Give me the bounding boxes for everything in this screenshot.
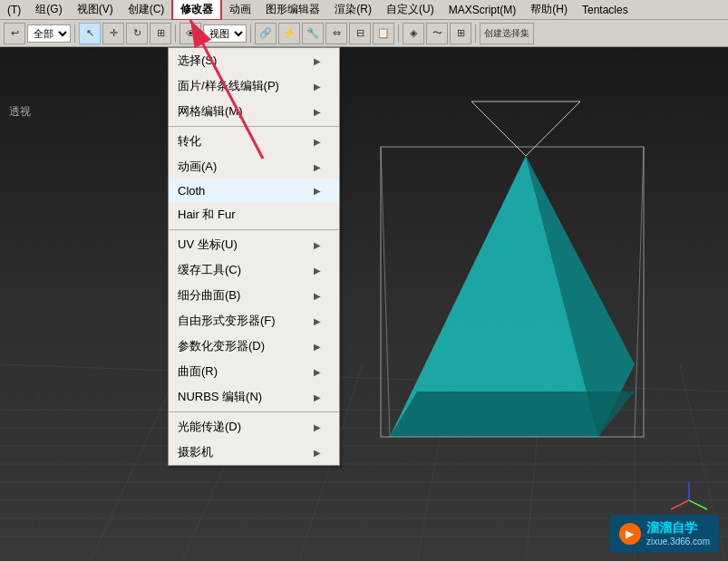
select-tool[interactable]: ↖ [79, 23, 101, 44]
arrow-icon: ▶ [314, 342, 321, 352]
scale-tool[interactable]: ⊞ [150, 23, 171, 44]
menu-t[interactable]: (T) [0, 2, 28, 18]
bind-button[interactable]: 🔧 [302, 23, 324, 44]
menu-item-convert[interactable]: 转化 ▶ [169, 129, 339, 154]
menu-item-patch[interactable]: 面片/样条线编辑(P) ▶ [169, 73, 339, 99]
menu-item-nurbs[interactable]: NURBS 编辑(N) ▶ [169, 384, 339, 410]
menu-graph-editor[interactable]: 图形编辑器 [258, 0, 327, 19]
arrow-icon: ▶ [314, 107, 321, 117]
schematic-button[interactable]: ⊞ [450, 23, 471, 44]
svg-line-19 [471, 102, 526, 156]
menu-item-radiosity[interactable]: 光能传递(D) ▶ [169, 414, 339, 440]
menu-item-camera[interactable]: 摄影机 ▶ [169, 440, 339, 465]
menubar: (T) 组(G) 视图(V) 创建(C) 修改器 动画 图形编辑器 渲染(R) … [0, 0, 728, 20]
arrow-icon: ▶ [314, 367, 321, 377]
move-tool[interactable]: ✛ [102, 23, 124, 44]
svg-line-23 [381, 147, 390, 437]
menu-group[interactable]: 组(G) [28, 0, 69, 19]
toolbar-separator-1 [74, 24, 75, 43]
menu-view[interactable]: 视图(V) [70, 0, 121, 19]
menu-item-select[interactable]: 选择(S) ▶ [169, 48, 339, 73]
arrow-icon: ▶ [314, 291, 321, 301]
arrow-icon: ▶ [314, 422, 321, 432]
layer-button[interactable]: 📋 [373, 23, 394, 44]
arrow-icon: ▶ [314, 266, 321, 276]
menu-item-subdiv[interactable]: 细分曲面(B) ▶ [169, 283, 339, 308]
mirror-button[interactable]: ⇔ [325, 23, 347, 44]
menu-customize[interactable]: 自定义(U) [379, 0, 442, 19]
watermark-main-text: 溜溜自学 [646, 520, 710, 537]
svg-marker-18 [390, 392, 635, 437]
menu-separator-2 [169, 229, 339, 230]
menu-modifier[interactable]: 修改器 [171, 0, 222, 21]
svg-text:透视: 透视 [9, 105, 31, 118]
menu-item-hair[interactable]: Hair 和 Fur [169, 202, 339, 227]
menu-item-param[interactable]: 参数化变形器(D) ▶ [169, 334, 339, 359]
svg-line-24 [635, 147, 644, 437]
menu-item-uv[interactable]: UV 坐标(U) ▶ [169, 232, 339, 257]
arrow-icon: ▶ [314, 392, 321, 402]
toolbar-separator-5 [475, 24, 476, 43]
view-button[interactable]: 👁 [180, 23, 201, 44]
align-button[interactable]: ⊟ [349, 23, 371, 44]
toolbar-separator-3 [250, 24, 251, 43]
arrow-icon: ▶ [314, 448, 321, 458]
watermark-text: 溜溜自学 zixue.3d66.com [646, 520, 710, 546]
undo-button[interactable]: ↩ [4, 23, 25, 44]
material-button[interactable]: ◈ [403, 23, 424, 44]
toolbar-separator-2 [175, 24, 176, 43]
arrow-icon: ▶ [314, 316, 321, 326]
svg-line-26 [689, 500, 707, 509]
arrow-icon: ▶ [314, 56, 321, 66]
rotate-tool[interactable]: ↻ [126, 23, 148, 44]
menu-maxscript[interactable]: MAXScript(M) [442, 2, 524, 18]
link-button[interactable]: 🔗 [255, 23, 277, 44]
arrow-icon: ▶ [314, 82, 321, 92]
viewport: 透视 ▶ 溜溜自学 zixue.3d66.com [0, 47, 728, 561]
viewport-svg: 透视 [0, 47, 728, 561]
toolbar: ↩ 全部 ↖ ✛ ↻ ⊞ 👁 视图 🔗 ⚡ 🔧 ⇔ ⊟ 📋 ◈ 〜 ⊞ 创建选择… [0, 20, 728, 47]
menu-tentacles[interactable]: Tentacles [575, 2, 636, 18]
unlink-button[interactable]: ⚡ [278, 23, 300, 44]
svg-line-20 [526, 102, 580, 156]
render-button[interactable]: 创建选择集 [480, 23, 534, 44]
menu-help[interactable]: 帮助(H) [523, 0, 575, 19]
toolbar-separator-4 [398, 24, 399, 43]
menu-item-animation[interactable]: 动画(A) ▶ [169, 154, 339, 179]
view-select[interactable]: 视图 [203, 24, 247, 43]
menu-item-mesh[interactable]: 网格编辑(M) ▶ [169, 99, 339, 124]
watermark-icon: ▶ [619, 523, 641, 545]
selection-filter[interactable]: 全部 [27, 24, 71, 43]
arrow-icon: ▶ [314, 137, 321, 147]
svg-line-25 [671, 500, 689, 509]
arrow-icon: ▶ [314, 162, 321, 172]
watermark: ▶ 溜溜自学 zixue.3d66.com [610, 515, 719, 552]
menu-item-ffd[interactable]: 自由形式变形器(F) ▶ [169, 308, 339, 334]
watermark-sub-text: zixue.3d66.com [646, 537, 710, 546]
menu-separator-3 [169, 411, 339, 412]
menu-animation[interactable]: 动画 [222, 0, 258, 19]
menu-item-cloth[interactable]: Cloth ▶ [169, 179, 339, 202]
curve-button[interactable]: 〜 [426, 23, 448, 44]
arrow-icon: ▶ [314, 186, 321, 196]
menu-separator-1 [169, 126, 339, 127]
menu-item-cache[interactable]: 缓存工具(C) ▶ [169, 257, 339, 283]
arrow-icon: ▶ [314, 240, 321, 250]
menu-create[interactable]: 创建(C) [121, 0, 172, 19]
menu-item-surface[interactable]: 曲面(R) ▶ [169, 359, 339, 384]
menu-render[interactable]: 渲染(R) [327, 0, 379, 19]
modifier-dropdown-menu: 选择(S) ▶ 面片/样条线编辑(P) ▶ 网格编辑(M) ▶ 转化 ▶ 动画(… [168, 47, 340, 466]
